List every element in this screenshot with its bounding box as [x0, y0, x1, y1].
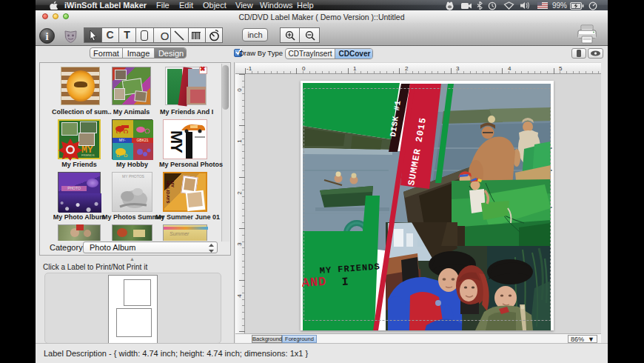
svg-text:I: I: [341, 276, 349, 289]
svg-text:AND: AND: [301, 275, 327, 290]
